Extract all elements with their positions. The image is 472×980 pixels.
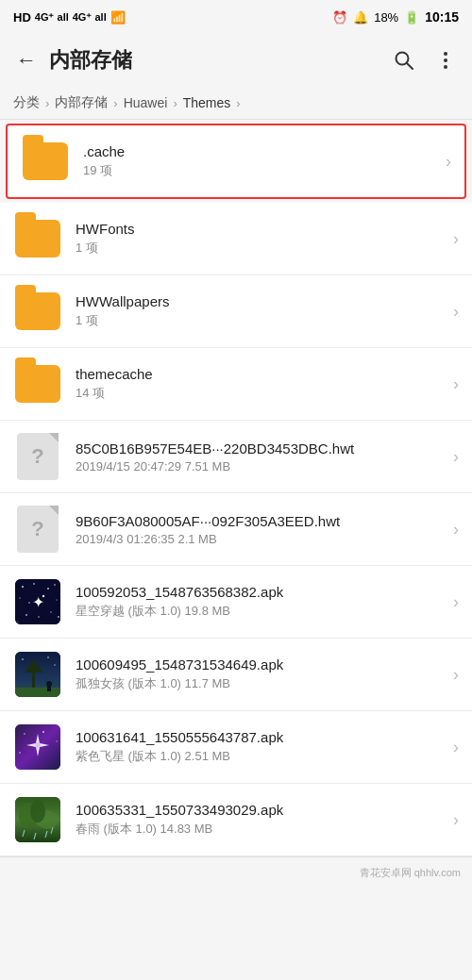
svg-point-22 <box>47 656 49 658</box>
chevron-icon-apk2: › <box>453 665 459 685</box>
svg-point-18 <box>17 621 18 622</box>
svg-point-33 <box>19 752 21 754</box>
svg-point-14 <box>25 614 27 616</box>
file-meta-apk4: 春雨 (版本 1.0) 14.83 MB <box>76 821 447 838</box>
apk-icon-purple <box>13 723 62 772</box>
file-name-themecache: themecache <box>76 366 447 382</box>
signal-4g: 4G⁺ all <box>35 11 69 24</box>
chevron-icon-hwfonts: › <box>453 229 459 249</box>
apk-icon-rain <box>13 795 62 844</box>
svg-point-9 <box>54 584 56 586</box>
chevron-icon-apk1: › <box>453 592 459 612</box>
breadcrumb: 分类 › 内部存储 › Huawei › Themes › <box>0 87 472 120</box>
breadcrumb-item-1[interactable]: 内部存储 <box>55 94 108 111</box>
svg-rect-28 <box>47 686 51 691</box>
svg-rect-24 <box>15 688 60 697</box>
wifi-icon: 📶 <box>110 10 126 25</box>
file-item-apk4[interactable]: 100635331_1550733493029.apk 春雨 (版本 1.0) … <box>0 784 472 856</box>
alarm-icon: ⏰ <box>332 10 347 25</box>
file-name-hwt1: 85C0B16B957E54EB···220BD3453DBC.hwt <box>76 440 447 457</box>
chevron-icon-hwt2: › <box>453 520 459 540</box>
svg-point-3 <box>444 58 447 62</box>
file-item-hwt2[interactable]: 9B60F3A080005AF···092F305A3EED.hwt 2019/… <box>0 493 472 566</box>
back-button[interactable]: ← <box>8 42 45 79</box>
apk-icon-stars: ✦ <box>13 577 62 626</box>
unknown-icon-hwt2 <box>13 505 62 554</box>
file-info-themecache: themecache 14 项 <box>76 366 447 402</box>
page-title: 内部存储 <box>45 46 385 75</box>
status-carrier: HD 4G⁺ all 4G⁺ all 📶 <box>13 10 126 25</box>
apk-icon-lonely <box>13 650 62 699</box>
svg-line-1 <box>407 63 413 69</box>
svg-point-10 <box>19 597 20 598</box>
unknown-icon-hwt1 <box>13 432 62 481</box>
status-right-icons: ⏰ 🔔 18% 🔋 10:15 <box>332 9 459 25</box>
folder-icon-themecache <box>13 359 62 408</box>
signal-4g2: 4G⁺ all <box>73 11 107 24</box>
file-name-apk2: 100609495_1548731534649.apk <box>76 656 447 673</box>
search-button[interactable] <box>385 42 423 79</box>
file-info-apk2: 100609495_1548731534649.apk 孤独女孩 (版本 1.0… <box>76 656 447 692</box>
chevron-icon-hwwallpapers: › <box>453 302 459 322</box>
file-name-apk3: 100631641_1550555643787.apk <box>76 729 447 745</box>
svg-rect-25 <box>32 671 35 688</box>
svg-point-30 <box>24 733 25 735</box>
file-meta-hwt2: 2019/4/3 01:26:35 2.1 MB <box>76 532 447 546</box>
breadcrumb-item-2[interactable]: Huawei <box>124 95 168 110</box>
file-item-hwfonts[interactable]: HWFonts 1 项 › <box>0 203 472 275</box>
file-meta-apk2: 孤独女孩 (版本 1.0) 11.7 MB <box>76 675 447 692</box>
more-button[interactable] <box>427 42 464 79</box>
chevron-icon-hwt1: › <box>453 447 459 467</box>
svg-text:✦: ✦ <box>32 594 44 610</box>
file-item-apk2[interactable]: 100609495_1548731534649.apk 孤独女孩 (版本 1.0… <box>0 639 472 711</box>
file-info-hwt1: 85C0B16B957E54EB···220BD3453DBC.hwt 2019… <box>76 440 447 473</box>
file-name-hwt2: 9B60F3A080005AF···092F305A3EED.hwt <box>76 513 447 529</box>
branding-text: 青花安卓网 qhhlv.com <box>360 867 461 878</box>
file-name-cache: .cache <box>83 143 440 159</box>
file-item-hwwallpapers[interactable]: HWWallpapers 1 项 › <box>0 275 472 348</box>
file-meta-themecache: 14 项 <box>76 385 447 402</box>
file-item-themecache[interactable]: themecache 14 项 › <box>0 348 472 421</box>
breadcrumb-sep-3: › <box>236 96 240 110</box>
folder-icon-hwwallpapers <box>13 287 62 336</box>
file-meta-apk1: 星空穿越 (版本 1.0) 19.8 MB <box>76 603 447 620</box>
chevron-icon-themecache: › <box>453 374 459 394</box>
folder-icon-hwfonts <box>13 214 62 263</box>
file-info-apk3: 100631641_1550555643787.apk 紫色飞星 (版本 1.0… <box>76 729 447 765</box>
file-item-apk1[interactable]: ✦ 100592053_1548763568382.apk 星空穿越 (版本 1… <box>0 566 472 639</box>
file-meta-apk3: 紫色飞星 (版本 1.0) 2.51 MB <box>76 748 447 765</box>
battery-icon: 🔋 <box>404 10 419 25</box>
svg-point-8 <box>47 588 49 590</box>
svg-point-4 <box>444 65 447 69</box>
svg-point-17 <box>58 616 59 618</box>
notification-icon: 🔔 <box>353 10 368 25</box>
branding-bar: 青花安卓网 qhhlv.com <box>0 856 472 886</box>
file-name-hwwallpapers: HWWallpapers <box>76 293 447 309</box>
svg-point-31 <box>42 731 44 733</box>
breadcrumb-item-0[interactable]: 分类 <box>13 94 40 111</box>
svg-point-6 <box>22 586 24 588</box>
file-info-apk4: 100635331_1550733493029.apk 春雨 (版本 1.0) … <box>76 802 447 838</box>
file-meta-hwt1: 2019/4/15 20:47:29 7.51 MB <box>76 459 447 473</box>
breadcrumb-sep-1: › <box>113 96 117 110</box>
file-info-cache: .cache 19 项 <box>83 143 440 179</box>
breadcrumb-item-3[interactable]: Themes <box>183 95 231 110</box>
svg-point-21 <box>22 658 24 660</box>
file-meta-hwwallpapers: 1 项 <box>76 312 447 329</box>
svg-point-2 <box>444 52 447 56</box>
svg-point-35 <box>35 742 41 748</box>
file-item-hwt1[interactable]: 85C0B16B957E54EB···220BD3453DBC.hwt 2019… <box>0 421 472 493</box>
file-info-hwfonts: HWFonts 1 项 <box>76 221 447 257</box>
status-bar: HD 4G⁺ all 4G⁺ all 📶 ⏰ 🔔 18% 🔋 10:15 <box>0 0 472 34</box>
file-item-apk3[interactable]: 100631641_1550555643787.apk 紫色飞星 (版本 1.0… <box>0 711 472 784</box>
top-bar: ← 内部存储 <box>0 34 472 87</box>
file-item-cache[interactable]: .cache 19 项 › <box>6 124 466 199</box>
file-meta-hwfonts: 1 项 <box>76 240 447 257</box>
file-info-hwwallpapers: HWWallpapers 1 项 <box>76 293 447 329</box>
carrier-text: HD <box>13 10 31 25</box>
file-meta-cache: 19 项 <box>83 162 440 179</box>
breadcrumb-sep-2: › <box>173 96 177 110</box>
top-actions <box>385 42 464 79</box>
svg-point-39 <box>30 800 45 822</box>
file-list: .cache 19 项 › HWFonts 1 项 › HWWallpapers… <box>0 124 472 856</box>
